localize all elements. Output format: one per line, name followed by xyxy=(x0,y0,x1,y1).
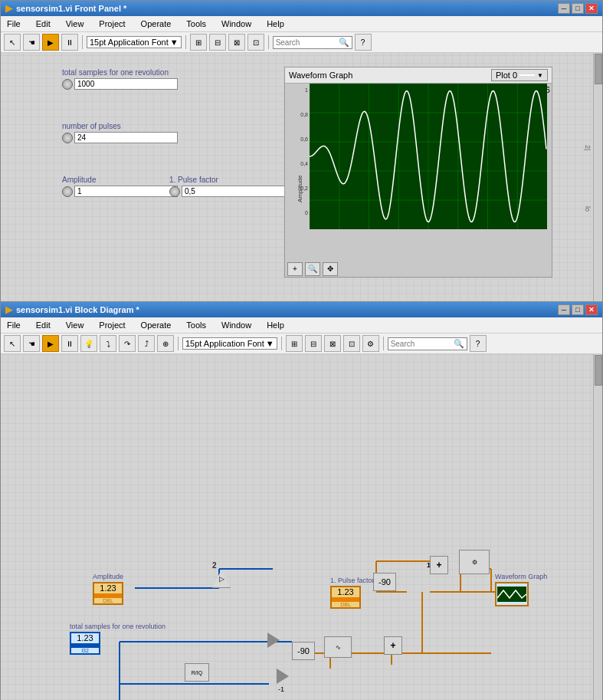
bd-font-dropdown[interactable]: 15pt Application Font ▼ xyxy=(182,337,277,350)
menu-view[interactable]: View xyxy=(63,18,87,30)
bd-maximize-button[interactable]: □ xyxy=(572,304,584,315)
toolbar-hand[interactable]: ☚ xyxy=(23,34,40,51)
toolbar-pause[interactable]: ⏸ xyxy=(61,34,78,51)
bd-minimize-button[interactable]: ─ xyxy=(558,304,570,315)
bd-toolbar-help[interactable]: ? xyxy=(470,335,487,352)
menu-operate[interactable]: Operate xyxy=(138,18,175,30)
bd-toolbar-step-over[interactable]: ↷ xyxy=(119,335,136,352)
menu-tools[interactable]: Tools xyxy=(183,18,209,30)
trig-block[interactable]: ∿ xyxy=(324,636,352,658)
num-pulses-control[interactable] xyxy=(62,132,178,143)
amplitude-knob[interactable] xyxy=(62,186,73,197)
bd-toolbar-pause[interactable]: ⏸ xyxy=(61,335,78,352)
bd-toolbar-hand[interactable]: ☚ xyxy=(23,335,40,352)
titlebar-controls[interactable]: ─ □ ✕ xyxy=(558,3,598,14)
bd-toolbar-step-out[interactable]: ⤴ xyxy=(138,335,155,352)
front-panel-toolbar: ↖ ☚ ▶ ⏸ 15pt Application Font ▼ ⊞ ⊟ ⊠ ⊡ … xyxy=(1,32,602,53)
scrollbar-thumb[interactable] xyxy=(595,54,602,84)
menu-window[interactable]: Window xyxy=(218,18,254,30)
r-iq-block[interactable]: R/IQ xyxy=(185,663,209,682)
multiply-block[interactable]: ▷ xyxy=(212,570,231,588)
neg1-triangle[interactable] xyxy=(277,669,289,684)
graph-zoom-in[interactable]: + xyxy=(287,262,303,276)
amplitude-block[interactable]: 1.23 DBL xyxy=(93,582,123,605)
bd-labview-icon: ▶ xyxy=(5,304,12,315)
bd-menu-tools[interactable]: Tools xyxy=(183,319,209,331)
bd-close-button[interactable]: ✕ xyxy=(585,304,598,315)
bd-menu-operate[interactable]: Operate xyxy=(138,319,175,331)
graph-title: Waveform Graph xyxy=(289,71,352,80)
total-samples-control[interactable] xyxy=(62,78,178,90)
num2-label: 2 xyxy=(212,561,231,570)
graph-pan[interactable]: ✥ xyxy=(323,262,338,276)
front-panel-content: 2| lo total samples for one revolution n… xyxy=(1,53,602,308)
maximize-button[interactable]: □ xyxy=(572,3,584,14)
menu-project[interactable]: Project xyxy=(96,18,128,30)
bd-toolbar-run[interactable]: ▶ xyxy=(42,335,59,352)
bd-toolbar-step-into[interactable]: ⤵ xyxy=(100,335,116,352)
y-tick-1: 1 xyxy=(305,87,308,93)
scrollbar-vertical[interactable] xyxy=(593,53,602,308)
minimize-button[interactable]: ─ xyxy=(558,3,570,14)
add-block-bottom[interactable]: + xyxy=(384,636,402,655)
bd-menu-view[interactable]: View xyxy=(63,319,87,331)
font-dropdown[interactable]: 15pt Application Font ▼ xyxy=(87,36,182,48)
pulse-factor-control[interactable] xyxy=(169,186,285,197)
pulse-factor-knob[interactable] xyxy=(169,186,180,197)
bd-toolbar-probe[interactable]: ⊕ xyxy=(157,335,174,352)
close-button[interactable]: ✕ xyxy=(585,3,598,14)
neg90a-block[interactable]: -90 xyxy=(373,573,396,591)
bd-toolbar-resize[interactable]: ⊠ xyxy=(324,335,341,352)
bd-titlebar-controls[interactable]: ─ □ ✕ xyxy=(558,304,598,315)
pulse-factor-input[interactable] xyxy=(182,186,285,197)
bd-search-box[interactable]: 🔍 xyxy=(388,337,467,350)
neg90b-block[interactable]: -90 xyxy=(292,642,315,660)
bd-scrollbar-vertical[interactable] xyxy=(593,354,602,700)
toolbar-arrow[interactable]: ↖ xyxy=(4,34,21,51)
total-samples-knob[interactable] xyxy=(62,79,73,90)
toolbar-reorder[interactable]: ⊡ xyxy=(247,34,264,51)
plot-button[interactable]: Plot 0 ▼ xyxy=(491,69,548,81)
search-box[interactable]: 🔍 xyxy=(273,36,352,49)
total-samples-input[interactable] xyxy=(74,78,178,90)
waveform-graph-block[interactable] xyxy=(495,582,529,606)
bd-toolbar-arrow[interactable]: ↖ xyxy=(4,335,21,352)
graph-zoom-out[interactable]: 🔍 xyxy=(305,262,320,276)
bd-search-icon[interactable]: 🔍 xyxy=(454,339,464,349)
toolbar-align[interactable]: ⊞ xyxy=(190,34,207,51)
bd-menu-file[interactable]: File xyxy=(4,319,24,331)
bd-search-input[interactable] xyxy=(391,340,452,348)
bd-toolbar-bulb[interactable]: 💡 xyxy=(80,335,97,352)
menu-file[interactable]: File xyxy=(4,18,24,30)
add-block-top[interactable]: + xyxy=(430,556,448,574)
func-block[interactable]: ⚙ xyxy=(459,550,490,574)
bd-sep3 xyxy=(383,337,384,350)
num-pulses-input[interactable] xyxy=(74,132,178,143)
bd-toolbar-extra[interactable]: ⚙ xyxy=(362,335,379,352)
multiply-node-group: 2 ▷ xyxy=(212,561,231,588)
search-icon[interactable]: 🔍 xyxy=(339,38,349,48)
total-samples-block[interactable]: 1.23 I32 xyxy=(70,632,100,655)
bd-menu-edit[interactable]: Edit xyxy=(33,319,54,331)
amplitude-input[interactable] xyxy=(74,186,178,197)
amplitude-block-icon: 1.23 xyxy=(100,583,116,593)
search-input[interactable] xyxy=(276,38,337,47)
toolbar-resize[interactable]: ⊠ xyxy=(228,34,245,51)
bd-toolbar-align[interactable]: ⊞ xyxy=(286,335,303,352)
num-pulses-knob[interactable] xyxy=(62,133,73,143)
bd-scrollbar-thumb[interactable] xyxy=(595,355,602,386)
toolbar-help[interactable]: ? xyxy=(355,34,372,51)
bd-menu-project[interactable]: Project xyxy=(96,319,128,331)
neg90a-group: -90 xyxy=(373,573,396,591)
menu-help[interactable]: Help xyxy=(264,18,287,30)
bd-menu-help[interactable]: Help xyxy=(264,319,287,331)
bd-toolbar-reorder[interactable]: ⊡ xyxy=(343,335,360,352)
menu-edit[interactable]: Edit xyxy=(33,18,54,30)
triangle-icon-1[interactable] xyxy=(267,633,280,648)
bd-menu-window[interactable]: Window xyxy=(218,319,254,331)
bd-toolbar-distribute[interactable]: ⊟ xyxy=(305,335,322,352)
pulse-factor-block[interactable]: 1.23 DBL xyxy=(330,586,361,609)
toolbar-distribute[interactable]: ⊟ xyxy=(209,34,226,51)
toolbar-run[interactable]: ▶ xyxy=(42,34,59,51)
amplitude-control[interactable] xyxy=(62,186,178,197)
